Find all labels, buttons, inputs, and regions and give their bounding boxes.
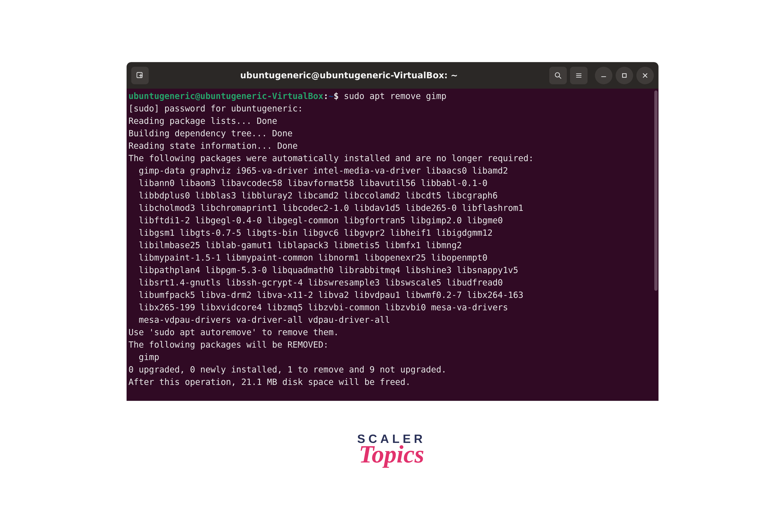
prompt-user-host: ubuntugeneric@ubuntugeneric-VirtualBox	[128, 91, 323, 101]
search-button[interactable]	[549, 67, 567, 84]
out-line: libbdplus0 libblas3 libbluray2 libcamd2 …	[128, 191, 498, 200]
out-line: Use 'sudo apt autoremove' to remove them…	[128, 327, 339, 337]
out-line: libpathplan4 libpgm-5.3-0 libquadmath0 l…	[128, 265, 518, 275]
out-line: libilmbase25 liblab-gamut1 liblapack3 li…	[128, 240, 462, 250]
watermark: SCALER Topics	[357, 433, 426, 469]
terminal-output[interactable]: ubuntugeneric@ubuntugeneric-VirtualBox:~…	[127, 89, 658, 401]
out-line: Reading package lists... Done	[128, 116, 277, 126]
prompt-dollar: $	[334, 91, 344, 101]
out-line: libx265-199 libxvidcore4 libzmq5 libzvbi…	[128, 303, 508, 312]
search-icon	[554, 71, 562, 80]
window-title: ubuntugeneric@ubuntugeneric-VirtualBox: …	[152, 70, 546, 80]
close-button[interactable]	[636, 67, 654, 84]
out-line: gimp	[128, 352, 159, 362]
out-line: Building dependency tree... Done	[128, 128, 293, 138]
minimize-icon	[600, 72, 607, 79]
out-line: libann0 libaom3 libavcodec58 libavformat…	[128, 178, 488, 188]
out-line: libftdi1-2 libgegl-0.4-0 libgegl-common …	[128, 216, 503, 225]
command-text: sudo apt remove gimp	[344, 91, 447, 101]
close-icon	[641, 72, 649, 79]
hamburger-icon	[574, 71, 583, 80]
out-line: mesa-vdpau-drivers va-driver-all vdpau-d…	[128, 315, 390, 325]
out-line: libgsm1 libgts-0.7-5 libgts-bin libgvc6 …	[128, 228, 493, 238]
out-line: libmypaint-1.5-1 libmypaint-common libno…	[128, 253, 488, 263]
out-line: libcholmod3 libchromaprint1 libcodec2-1.…	[128, 203, 523, 213]
terminal-window: ubuntugeneric@ubuntugeneric-VirtualBox: …	[127, 62, 658, 401]
out-line: The following packages were automaticall…	[128, 153, 534, 163]
maximize-button[interactable]	[616, 67, 633, 84]
out-line: Reading state information... Done	[128, 141, 298, 151]
menu-button[interactable]	[570, 67, 588, 84]
svg-rect-0	[137, 72, 142, 77]
new-tab-button[interactable]	[131, 67, 149, 84]
maximize-icon	[621, 72, 628, 79]
watermark-bottom: Topics	[357, 443, 426, 469]
minimize-button[interactable]	[595, 67, 613, 84]
out-line: [sudo] password for ubuntugeneric:	[128, 103, 303, 114]
prompt-path: ~	[328, 91, 334, 101]
titlebar: ubuntugeneric@ubuntugeneric-VirtualBox: …	[127, 62, 658, 89]
new-tab-icon	[135, 71, 144, 80]
svg-line-4	[559, 76, 561, 79]
out-line: libsrt1.4-gnutls libssh-gcrypt-4 libswre…	[128, 278, 503, 287]
prompt-colon: :	[323, 91, 328, 101]
out-line: The following packages will be REMOVED:	[128, 340, 328, 350]
out-line: libumfpack5 libva-drm2 libva-x11-2 libva…	[128, 290, 523, 300]
out-line: gimp-data graphviz i965-va-driver intel-…	[128, 166, 508, 176]
svg-point-3	[555, 72, 560, 77]
svg-rect-9	[623, 74, 626, 77]
scrollbar-thumb[interactable]	[654, 91, 658, 291]
out-line: After this operation, 21.1 MB disk space…	[128, 377, 410, 387]
out-line: 0 upgraded, 0 newly installed, 1 to remo…	[128, 365, 446, 375]
